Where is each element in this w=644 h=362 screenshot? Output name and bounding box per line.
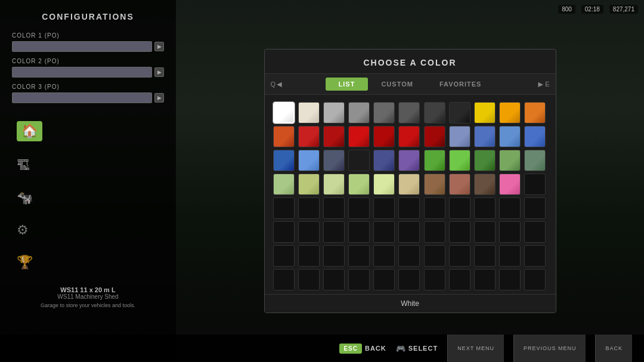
sidebar-icon-tools[interactable]: ⚙ [17, 222, 29, 238]
color-swatch-30[interactable] [474, 150, 496, 171]
sidebar-icon-silo[interactable]: 🏗 [17, 158, 30, 174]
color-swatch-7[interactable] [449, 102, 470, 123]
color-swatch-84[interactable] [449, 269, 470, 290]
color-swatch-11[interactable] [273, 126, 295, 147]
color-swatch-22[interactable] [273, 150, 295, 171]
color-swatch-60[interactable] [398, 221, 420, 243]
color-swatch-37[interactable] [373, 174, 395, 195]
color-swatch-24[interactable] [323, 150, 345, 171]
color-swatch-49[interactable] [398, 197, 420, 219]
color-swatch-45[interactable] [298, 197, 320, 219]
color-swatch-74[interactable] [474, 245, 496, 267]
color-swatch-17[interactable] [424, 126, 445, 147]
color-swatch-80[interactable] [348, 269, 370, 290]
color-swatch-39[interactable] [424, 174, 445, 195]
color-swatch-62[interactable] [449, 221, 470, 243]
tab-favorites[interactable]: FAVORITES [426, 78, 495, 91]
sidebar-icon-building-active[interactable]: 🏠 [17, 121, 42, 141]
color-swatch-25[interactable] [348, 150, 370, 171]
color-swatch-54[interactable] [524, 197, 546, 219]
color-swatch-35[interactable] [323, 174, 345, 195]
color-swatch-23[interactable] [298, 150, 320, 171]
color-swatch-36[interactable] [348, 174, 370, 195]
select-action[interactable]: 🎮 SELECT [396, 344, 438, 353]
color-swatch-50[interactable] [424, 197, 445, 219]
color-swatch-10[interactable] [524, 102, 546, 123]
color-swatch-42[interactable] [499, 174, 521, 195]
color-swatch-57[interactable] [323, 221, 345, 243]
color-swatch-21[interactable] [524, 126, 546, 147]
tab-custom[interactable]: CUSTOM [368, 78, 426, 91]
tab-list[interactable]: LIST [326, 78, 369, 91]
color-swatch-38[interactable] [398, 174, 420, 195]
color-swatch-2[interactable] [323, 102, 345, 123]
color-swatch-55[interactable] [273, 221, 295, 243]
color-swatch-44[interactable] [273, 197, 295, 219]
color-swatch-5[interactable] [398, 102, 420, 123]
color-swatch-63[interactable] [474, 221, 496, 243]
color-swatch-8[interactable] [474, 102, 496, 123]
color-swatch-13[interactable] [323, 126, 345, 147]
color-swatch-86[interactable] [499, 269, 521, 290]
color-swatch-27[interactable] [398, 150, 420, 171]
color-swatch-26[interactable] [373, 150, 395, 171]
color-swatch-70[interactable] [373, 245, 395, 267]
color-swatch-9[interactable] [499, 102, 521, 123]
color-swatch-41[interactable] [474, 174, 496, 195]
color-swatch-87[interactable] [524, 269, 546, 290]
color-swatch-83[interactable] [424, 269, 445, 290]
color-swatch-40[interactable] [449, 174, 470, 195]
color-swatch-81[interactable] [373, 269, 395, 290]
color-swatch-14[interactable] [348, 126, 370, 147]
color2-icon[interactable]: ▶ [154, 67, 164, 77]
color-swatch-66[interactable] [273, 245, 295, 267]
color-swatch-51[interactable] [449, 197, 470, 219]
color-swatch-65[interactable] [524, 221, 546, 243]
color-swatch-12[interactable] [298, 126, 320, 147]
color-swatch-79[interactable] [323, 269, 345, 290]
color-swatch-77[interactable] [273, 269, 295, 290]
color-swatch-64[interactable] [499, 221, 521, 243]
color-swatch-43[interactable] [524, 174, 546, 195]
color-swatch-58[interactable] [348, 221, 370, 243]
color-swatch-16[interactable] [398, 126, 420, 147]
color-swatch-75[interactable] [499, 245, 521, 267]
esc-action[interactable]: ESC BACK [339, 344, 386, 354]
color-swatch-19[interactable] [474, 126, 496, 147]
color-swatch-85[interactable] [474, 269, 496, 290]
color-swatch-6[interactable] [424, 102, 445, 123]
sidebar-icon-animals[interactable]: 🐄 [17, 190, 33, 206]
color-swatch-3[interactable] [348, 102, 370, 123]
color-swatch-68[interactable] [323, 245, 345, 267]
color-swatch-47[interactable] [348, 197, 370, 219]
color1-icon[interactable]: ▶ [154, 42, 164, 51]
color-swatch-46[interactable] [323, 197, 345, 219]
next-menu-button[interactable]: NEXT MENU [447, 335, 504, 362]
color-swatch-28[interactable] [424, 150, 445, 171]
color-swatch-61[interactable] [424, 221, 445, 243]
color-swatch-78[interactable] [298, 269, 320, 290]
color-swatch-67[interactable] [298, 245, 320, 267]
color-swatch-72[interactable] [424, 245, 445, 267]
color-swatch-71[interactable] [398, 245, 420, 267]
color-swatch-53[interactable] [499, 197, 521, 219]
color-swatch-76[interactable] [524, 245, 546, 267]
color-swatch-48[interactable] [373, 197, 395, 219]
prev-menu-button[interactable]: PREVIOUS MENU [513, 335, 586, 362]
color-swatch-32[interactable] [524, 150, 546, 171]
color-swatch-52[interactable] [474, 197, 496, 219]
color-swatch-82[interactable] [398, 269, 420, 290]
color-swatch-33[interactable] [273, 174, 295, 195]
color-swatch-0[interactable] [273, 102, 295, 123]
color-swatch-4[interactable] [373, 102, 395, 123]
color-swatch-73[interactable] [449, 245, 470, 267]
color-swatch-15[interactable] [373, 126, 395, 147]
color-swatch-18[interactable] [449, 126, 470, 147]
color-swatch-20[interactable] [499, 126, 521, 147]
color-swatch-1[interactable] [298, 102, 320, 123]
color-swatch-69[interactable] [348, 245, 370, 267]
color-swatch-31[interactable] [499, 150, 521, 171]
color-swatch-56[interactable] [298, 221, 320, 243]
color-swatch-29[interactable] [449, 150, 470, 171]
color-swatch-34[interactable] [298, 174, 320, 195]
